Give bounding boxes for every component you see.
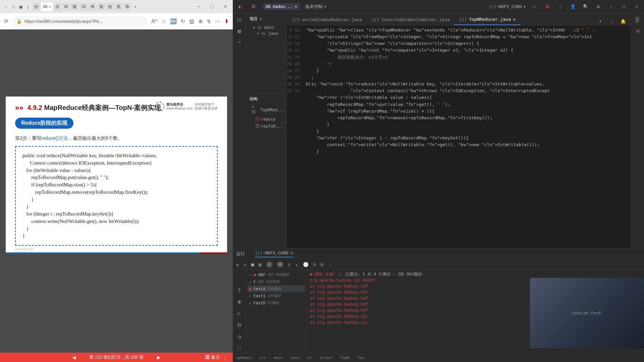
test-result-item[interactable]: ✓ testI 147毫秒 <box>248 292 305 299</box>
code-content[interactable]: "kw">public "kw">class "cls">TopNReducer… <box>303 25 631 248</box>
test-console[interactable]: ● 测试 失败: 1, 已通过: 3 共 4 个测试 – 2秒 903毫秒 or… <box>307 270 644 353</box>
tab-dropdown-icon[interactable]: ▾ <box>596 17 604 25</box>
browser-tab[interactable]: 创 <box>106 3 114 11</box>
tree-item[interactable]: ▾ 🗀 java <box>248 31 286 37</box>
run-config-selector[interactable]: ⟨/⟩ HDFS_CURD ▾ <box>489 4 526 9</box>
browser-tab[interactable]: 58× <box>41 3 53 11</box>
breadcrumb-segment[interactable]: TopN <box>340 356 349 360</box>
sync-icon[interactable]: ↯ <box>207 18 211 24</box>
project-panel-header[interactable]: 项目 ▾ <box>246 13 286 24</box>
browser-tab[interactable]: 传 <box>53 3 61 11</box>
test-result-item[interactable]: ✓ testD 37毫秒 <box>248 299 305 306</box>
code-editor[interactable]: 9 11 12 13 17 18 19 21 22 23 24 25 26 27… <box>286 25 631 248</box>
history-icon[interactable]: 🕐 <box>303 262 309 267</box>
ide-app-icon[interactable]: ◧ <box>236 3 244 11</box>
run-tab-label[interactable]: 运行 <box>236 251 245 257</box>
layout-icon[interactable]: ▤ <box>259 262 261 267</box>
profiler-rail-icon[interactable]: ◔ <box>238 334 241 340</box>
ide-maximize-icon[interactable]: □ <box>620 3 628 11</box>
breadcrumb-segment[interactable]: cn <box>307 356 311 360</box>
import-icon[interactable]: ⎗ <box>321 262 323 267</box>
run-rail-icon[interactable]: ▷ <box>238 310 241 316</box>
close-tab-icon[interactable]: × <box>49 5 51 9</box>
minimize-button[interactable]: − <box>194 2 203 11</box>
tree-item[interactable]: ▾ 🗀 main <box>248 24 286 31</box>
browser-tab[interactable]: Br <box>123 3 131 11</box>
sidebar-icon[interactable]: ▣ <box>17 3 24 10</box>
show-ignored-icon[interactable]: ⊘ <box>277 261 283 267</box>
slide-more-button[interactable]: ⋮ <box>223 355 227 360</box>
console-rail-icon[interactable]: ⧉ <box>237 322 241 328</box>
rerun-failed-icon[interactable]: ↻ <box>244 262 246 267</box>
editor-tab[interactable]: ⟨/⟩ InvertedIndexCombiner.java <box>367 14 454 25</box>
editor-tab[interactable]: ⟨/⟩ TopNReducer.java × <box>454 14 520 25</box>
text-size-icon[interactable]: Aᴬ <box>151 18 157 24</box>
test-result-item[interactable]: ▾ ● HDF 2秒 903毫秒 <box>248 271 305 278</box>
split-icon[interactable]: ▥ <box>189 18 194 24</box>
test-result-item[interactable]: ● testA 399毫秒 <box>248 285 305 292</box>
main-menu-icon[interactable]: ☰ <box>250 3 258 11</box>
refresh2-icon[interactable]: ↻ <box>181 18 185 24</box>
db-tool-icon[interactable]: 🗄 <box>635 17 640 23</box>
collections-icon[interactable]: ⊕ <box>198 18 203 24</box>
test-result-item[interactable]: ✓ t 2秒 320毫秒 <box>248 278 305 285</box>
vcs-selector[interactable]: 版本控制 ▾ <box>305 4 327 10</box>
breadcrumb-segment[interactable]: main <box>274 356 283 360</box>
structure-tool-icon[interactable]: ▦ <box>238 28 241 34</box>
search-icon[interactable]: 🔍 <box>582 3 590 11</box>
translate-icon[interactable]: 🔤 <box>170 18 177 24</box>
structure-class[interactable]: ▾ ⓒ TopNRed... <box>246 104 286 116</box>
close-tab-icon[interactable]: × <box>290 250 293 255</box>
export-icon[interactable]: ⎘ <box>313 262 316 267</box>
ide-close-icon[interactable]: × <box>633 3 641 11</box>
browser-tab[interactable]: 20 <box>79 3 88 11</box>
breadcrumb-segment[interactable]: Top... <box>357 356 370 360</box>
new-tab-button[interactable]: + <box>132 3 139 10</box>
show-passed-icon[interactable]: ✓ <box>266 261 272 267</box>
build-rail-icon[interactable]: ⬚ <box>238 345 241 352</box>
close-window-button[interactable]: × <box>221 2 230 11</box>
structure-panel-header[interactable]: 结构 <box>246 94 286 104</box>
settings-icon[interactable]: ⚙ <box>594 3 602 11</box>
breadcrumb[interactable]: opDemo1〉src〉main〉java〉cn〉itcast〉TopN〉Top… <box>233 353 644 362</box>
breadcrumb-segment[interactable]: opDemo1 <box>236 356 252 360</box>
browser-tab[interactable]: 考 <box>89 3 97 11</box>
more-run-icon[interactable]: ⋮ <box>556 3 564 11</box>
ext-icon[interactable]: ⋯ <box>215 18 220 24</box>
url-input[interactable]: 🔒 https://ow365.cn/owview/p/pv.aspx?Po..… <box>12 16 147 27</box>
debug-button[interactable]: 🐞 <box>543 3 551 11</box>
expand-icon[interactable]: ↘ <box>295 262 298 267</box>
project-selector[interactable]: HD Hadoo... ▾ <box>263 3 300 10</box>
collab-icon[interactable]: 👤 <box>569 3 577 11</box>
next-slide-button[interactable]: ▶ <box>157 355 160 360</box>
browser-tab[interactable]: 笔 <box>115 3 123 11</box>
close-tab-icon[interactable]: × <box>513 17 516 22</box>
breadcrumb-segment[interactable]: src <box>259 356 266 360</box>
browser-tab[interactable]: 传 <box>32 3 40 11</box>
downloads-icon[interactable]: ⬇ <box>224 18 229 24</box>
prev-slide-button[interactable]: ◀ <box>72 355 76 360</box>
reload-button[interactable]: ⟳ <box>4 18 8 24</box>
more-tools-icon[interactable]: ⋯ <box>238 39 241 45</box>
project-tool-icon[interactable]: 🗀 <box>237 17 242 23</box>
structure-method[interactable]: ⓜ reduce <box>246 116 286 123</box>
sort-icon[interactable]: ↕ <box>288 262 290 267</box>
browser-tab[interactable]: 期 <box>97 3 105 11</box>
git-rail-icon[interactable]: ◉ <box>238 298 241 305</box>
rerun-icon[interactable]: ↻ <box>236 262 239 267</box>
browser-tab[interactable]: W <box>62 3 70 11</box>
stop-icon[interactable]: ■ <box>251 262 254 267</box>
structure-field[interactable]: ⓕ repToR... <box>246 123 286 130</box>
ide-minimize-icon[interactable]: − <box>607 3 615 11</box>
maven-tool-icon[interactable]: m <box>636 28 639 34</box>
maximize-button[interactable]: □ <box>207 2 217 11</box>
run-config-tab[interactable]: ⟨/⟩ HDFS_CURD × <box>255 250 293 257</box>
back-icon[interactable]: ← <box>3 3 9 10</box>
terminal-rail-icon[interactable]: ⌶ <box>238 287 241 293</box>
toolbar-more-icon[interactable]: ⋮ <box>328 262 333 267</box>
notes-button[interactable]: ☰ 备注 <box>205 354 220 360</box>
browser-tab[interactable]: 眼 <box>71 3 79 11</box>
breadcrumb-segment[interactable]: itcast <box>319 356 332 360</box>
shield-icon[interactable]: ◇ <box>10 3 17 10</box>
star-icon[interactable]: ☆ <box>161 18 166 24</box>
